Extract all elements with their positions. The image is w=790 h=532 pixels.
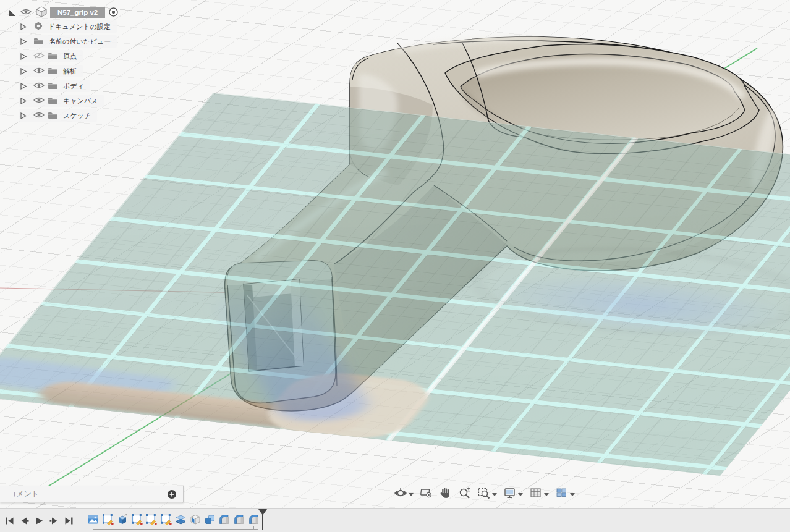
eye-icon[interactable] — [33, 111, 45, 120]
grid-icon — [530, 487, 542, 502]
timeline-feature-fillet[interactable] — [233, 513, 245, 525]
timeline-feature-canvas[interactable] — [87, 513, 99, 525]
zoom-button[interactable] — [457, 486, 472, 503]
browser-item-label[interactable]: 原点 — [63, 52, 77, 61]
browser-item-sketches[interactable]: スケッチ — [19, 109, 97, 122]
zoom-icon — [459, 487, 471, 502]
gear-icon — [33, 21, 43, 32]
pan-button[interactable] — [438, 486, 453, 503]
triangle-collapsed-icon[interactable] — [19, 67, 28, 76]
timeline-features — [87, 513, 262, 525]
display-settings-icon — [504, 487, 516, 502]
canvas-photo-blue-shadow — [0, 356, 179, 405]
chevron-down-icon[interactable] — [518, 493, 523, 496]
display-settings-button[interactable] — [503, 486, 524, 503]
chevron-down-icon[interactable] — [570, 493, 575, 496]
fit-button[interactable] — [477, 486, 498, 503]
comment-bar[interactable]: コメント — [0, 486, 184, 502]
comment-input[interactable]: コメント — [9, 489, 167, 499]
browser-item-named-views[interactable]: 名前の付いたビュー — [19, 35, 117, 48]
navigation-toolbar — [393, 487, 580, 502]
fusion-viewport[interactable]: N57_grip v2 ドキュメントの設定 — [0, 0, 790, 532]
browser-item-canvases[interactable]: キャンバス — [19, 95, 104, 107]
browser-item-label[interactable]: スケッチ — [63, 111, 91, 120]
canvas-shadow-streak — [210, 285, 375, 425]
timeline-feature-sketch[interactable] — [160, 513, 172, 525]
triangle-collapsed-icon[interactable] — [19, 82, 28, 91]
orbit-icon — [394, 487, 407, 502]
orbit-button[interactable] — [393, 486, 415, 503]
timeline-feature-extrude[interactable] — [116, 513, 128, 525]
browser-item-document-settings[interactable]: ドキュメントの設定 — [19, 20, 117, 33]
grid-button[interactable] — [529, 486, 550, 503]
triangle-collapsed-icon[interactable] — [19, 37, 28, 46]
timeline-feature-offset[interactable] — [175, 513, 187, 525]
folder-icon — [48, 96, 58, 106]
fit-window-icon — [478, 487, 490, 502]
eye-off-icon[interactable] — [33, 52, 45, 61]
timeline-track-line — [93, 529, 258, 530]
timeline-feature-sketch[interactable] — [145, 513, 157, 525]
folder-icon — [48, 111, 58, 120]
go-to-end-button[interactable] — [64, 517, 74, 528]
eye-icon[interactable] — [33, 82, 45, 90]
canvas-ring-reflection — [444, 234, 790, 348]
triangle-collapsed-icon[interactable] — [19, 111, 28, 120]
timeline-playhead[interactable] — [258, 509, 267, 531]
browser-item-label[interactable]: 解析 — [63, 67, 77, 76]
timeline-feature-sketch[interactable] — [131, 513, 143, 525]
browser-item-analysis[interactable]: 解析 — [19, 65, 83, 77]
chevron-down-icon[interactable] — [544, 493, 549, 496]
go-to-start-button[interactable] — [5, 517, 14, 528]
cube-icon — [35, 6, 48, 19]
viewports-icon — [556, 487, 568, 502]
eye-icon[interactable] — [20, 8, 32, 17]
browser-item-label[interactable]: ボディ — [63, 82, 84, 91]
browser-item-origin[interactable]: 原点 — [19, 50, 83, 62]
triangle-collapsed-icon[interactable] — [19, 52, 28, 61]
radio-target-icon[interactable] — [108, 7, 119, 19]
triangle-expanded-icon[interactable] — [7, 8, 17, 17]
timeline-feature-fillet[interactable] — [248, 513, 260, 525]
triangle-collapsed-icon[interactable] — [19, 22, 28, 32]
browser-item-label[interactable]: ドキュメントの設定 — [48, 22, 111, 32]
step-forward-button[interactable] — [49, 517, 59, 528]
timeline-feature-fillet[interactable] — [218, 513, 230, 525]
triangle-collapsed-icon[interactable] — [19, 96, 28, 106]
timeline-feature-combine[interactable] — [204, 513, 216, 525]
browser-item-bodies[interactable]: ボディ — [19, 80, 90, 92]
chevron-down-icon[interactable] — [409, 493, 414, 496]
browser-item-label[interactable]: キャンバス — [63, 96, 98, 106]
folder-icon — [48, 52, 58, 61]
folder-icon — [33, 37, 44, 46]
timeline-bar — [0, 508, 790, 532]
look-at-icon — [420, 487, 433, 502]
timeline-feature-sketch[interactable] — [102, 513, 114, 525]
look-at-button[interactable] — [419, 486, 434, 503]
eye-icon[interactable] — [33, 67, 45, 75]
timeline-feature-shell[interactable] — [189, 513, 201, 525]
browser-item-label[interactable]: 名前の付いたビュー — [49, 37, 111, 46]
plus-circle-icon[interactable] — [167, 489, 177, 499]
chevron-down-icon[interactable] — [492, 493, 497, 496]
folder-icon — [48, 67, 58, 76]
folder-icon — [48, 82, 58, 91]
pan-hand-icon — [440, 487, 452, 502]
canvas-ring-shadow — [470, 262, 790, 348]
document-name[interactable]: N57_grip v2 — [50, 7, 105, 18]
eye-icon[interactable] — [33, 96, 45, 105]
play-button[interactable] — [35, 517, 44, 528]
viewports-button[interactable] — [554, 486, 576, 503]
step-back-button[interactable] — [20, 517, 29, 528]
timeline-playback-controls — [5, 517, 79, 528]
browser-root-row[interactable]: N57_grip v2 — [7, 6, 119, 19]
